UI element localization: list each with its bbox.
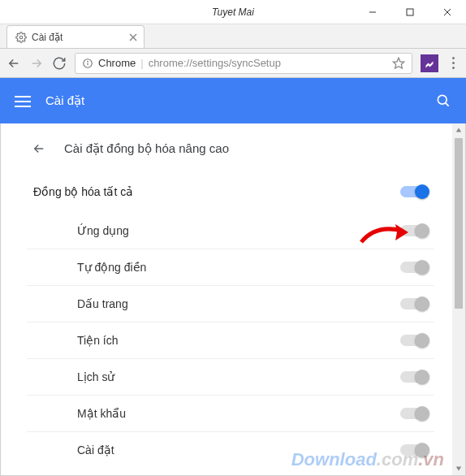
watermark-text: .vn <box>418 449 444 470</box>
svg-marker-10 <box>393 58 403 68</box>
sync-item-label: Cài đặt <box>77 444 114 457</box>
content-area: Cài đặt đồng bộ hóa nâng cao Đồng bộ hóa… <box>0 123 466 476</box>
window-title: Tuyet Mai <box>212 6 254 18</box>
section-back-icon[interactable] <box>32 141 46 156</box>
forward-button[interactable] <box>29 56 44 71</box>
address-url: chrome://settings/syncSetup <box>149 57 281 69</box>
sync-item-row: Tiện ích <box>27 322 434 359</box>
sync-item-row: Mật khẩu <box>27 396 434 432</box>
sync-item-toggle[interactable] <box>400 225 428 236</box>
sync-item-row: Tự động điền <box>27 249 434 286</box>
watermark: Download.com.vn <box>291 449 444 470</box>
sync-item-label: Tự động điền <box>77 261 146 274</box>
svg-line-12 <box>446 103 449 106</box>
scroll-up-icon[interactable] <box>452 123 465 136</box>
sync-item-toggle[interactable] <box>400 298 428 309</box>
watermark-text: .com <box>377 449 418 470</box>
scroll-down-icon[interactable] <box>452 462 465 475</box>
site-info-icon[interactable] <box>82 58 93 69</box>
close-tab-icon[interactable] <box>129 33 137 41</box>
address-bar: Chrome | chrome://settings/syncSetup <box>0 49 466 78</box>
settings-header: Cài đặt <box>0 78 466 123</box>
tab-strip: Cài đặt <box>0 24 466 49</box>
sync-item-label: Lịch sử <box>77 370 114 383</box>
gear-icon <box>15 32 27 43</box>
sync-item-label: Mật khẩu <box>77 407 126 420</box>
sync-item-toggle[interactable] <box>400 371 428 383</box>
section-header: Cài đặt đồng bộ hóa nâng cao <box>27 141 434 174</box>
svg-marker-14 <box>456 128 461 132</box>
maximize-button[interactable] <box>391 0 429 24</box>
sync-item-row: Dấu trang <box>27 286 434 322</box>
minimize-button[interactable] <box>354 0 391 24</box>
svg-point-11 <box>438 95 447 104</box>
settings-title: Cài đặt <box>45 93 84 108</box>
close-window-button[interactable] <box>429 0 466 24</box>
sync-item-label: Dấu trang <box>77 297 128 310</box>
extension-button[interactable] <box>421 54 438 72</box>
tab-title: Cài đặt <box>32 32 63 43</box>
svg-point-4 <box>19 36 23 39</box>
sync-item-label: Ứng dụng <box>77 224 129 237</box>
svg-marker-15 <box>456 467 461 471</box>
sync-item-toggle[interactable] <box>400 335 428 346</box>
hamburger-menu-icon[interactable] <box>15 93 31 109</box>
svg-point-9 <box>88 61 88 62</box>
scroll-thumb[interactable] <box>455 138 463 309</box>
sync-all-label: Đồng bộ hóa tất cả <box>33 185 133 198</box>
sync-item-row: Lịch sử <box>27 359 434 396</box>
sync-item-toggle[interactable] <box>400 262 428 273</box>
sync-all-toggle[interactable] <box>400 186 428 197</box>
address-prefix: Chrome <box>98 57 136 69</box>
settings-content: Cài đặt đồng bộ hóa nâng cao Đồng bộ hóa… <box>12 123 449 475</box>
watermark-text: Download <box>291 449 377 470</box>
bookmark-star-icon[interactable] <box>392 57 405 70</box>
section-title: Cài đặt đồng bộ hóa nâng cao <box>64 141 229 156</box>
chrome-menu-button[interactable] <box>447 57 460 70</box>
reload-button[interactable] <box>52 56 67 71</box>
window-titlebar: Tuyet Mai <box>0 0 466 24</box>
sync-item-toggle[interactable] <box>400 408 428 419</box>
sync-all-row: Đồng bộ hóa tất cả <box>27 174 434 213</box>
scrollbar[interactable] <box>452 123 465 475</box>
tab-settings[interactable]: Cài đặt <box>6 25 145 48</box>
back-button[interactable] <box>6 56 21 71</box>
svg-rect-1 <box>407 9 413 15</box>
sync-item-label: Tiện ích <box>77 334 119 347</box>
search-icon[interactable] <box>435 93 451 109</box>
address-field[interactable]: Chrome | chrome://settings/syncSetup <box>75 53 412 74</box>
sync-item-row: Ứng dụng <box>27 213 434 249</box>
